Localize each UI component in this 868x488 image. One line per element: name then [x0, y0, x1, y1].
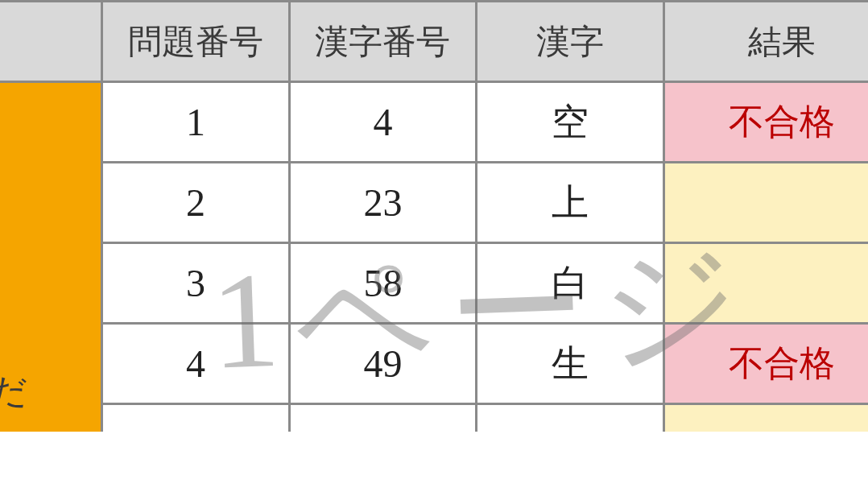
cell-kanji: 白 — [477, 243, 663, 324]
cell-kanji-no — [289, 404, 476, 432]
table-row — [0, 404, 868, 432]
cell-result — [663, 404, 868, 432]
cell-kanji-no: 49 — [289, 324, 476, 404]
cell-question-no: 3 — [102, 243, 289, 324]
cell-kanji-no: 4 — [289, 82, 476, 163]
side-category-cell: zだ — [0, 82, 102, 432]
cell-kanji-no: 23 — [289, 163, 476, 243]
header-side — [0, 2, 102, 82]
table-row: 4 49 生 不合格 — [0, 324, 868, 404]
kanji-results-table: 問題番号 漢字番号 漢字 結果 zだ 1 4 空 不合格 2 23 上 3 — [0, 0, 868, 432]
cell-kanji: 上 — [477, 163, 663, 243]
table-row: 3 58 白 — [0, 243, 868, 324]
kanji-results-table-container: 問題番号 漢字番号 漢字 結果 zだ 1 4 空 不合格 2 23 上 3 — [0, 0, 868, 432]
table-header-row: 問題番号 漢字番号 漢字 結果 — [0, 2, 868, 82]
header-result: 結果 — [663, 2, 868, 82]
cell-question-no: 1 — [102, 82, 289, 163]
cell-question-no: 4 — [102, 324, 289, 404]
cell-kanji: 生 — [477, 324, 663, 404]
cell-kanji-no: 58 — [289, 243, 476, 324]
cell-result: 不合格 — [663, 82, 868, 163]
cell-result — [663, 163, 868, 243]
cell-question-no — [102, 404, 289, 432]
table-row: 2 23 上 — [0, 163, 868, 243]
header-kanji-no: 漢字番号 — [289, 2, 476, 82]
cell-result: 不合格 — [663, 324, 868, 404]
cell-question-no: 2 — [102, 163, 289, 243]
cell-result — [663, 243, 868, 324]
header-question-no: 問題番号 — [102, 2, 289, 82]
cell-kanji: 空 — [477, 82, 663, 163]
header-kanji: 漢字 — [477, 2, 663, 82]
table-row: zだ 1 4 空 不合格 — [0, 82, 868, 163]
cell-kanji — [477, 404, 663, 432]
